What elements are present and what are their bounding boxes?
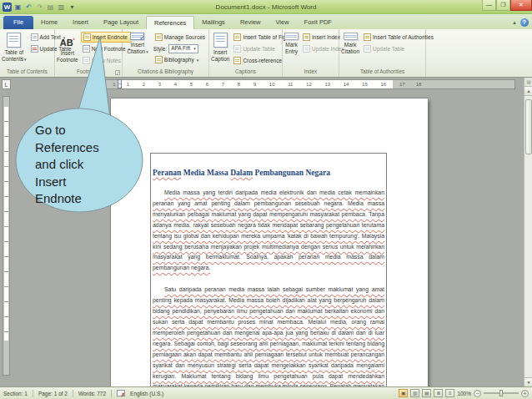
undo-icon[interactable]: ↶: [24, 3, 33, 12]
table-of-contents-button[interactable]: Table of Contents▾: [2, 30, 27, 68]
insert-footnote-button[interactable]: AB¹ Insert Footnote: [57, 30, 78, 68]
group-label-footnotes: Footnotes: [57, 68, 120, 77]
vertical-ruler[interactable]: [3, 96, 10, 376]
ruler-number: 12: [306, 82, 312, 87]
indent-marker[interactable]: [118, 79, 122, 88]
insert-citation-button[interactable]: Insert Citation▾: [124, 30, 151, 68]
scroll-down-icon[interactable]: ▼: [524, 377, 532, 386]
scroll-up-icon[interactable]: ▲: [524, 87, 532, 96]
add-text-icon: [31, 33, 38, 41]
mark-citation-button[interactable]: Mark Citation: [341, 30, 359, 68]
print-layout-view-icon[interactable]: ▣: [399, 389, 408, 397]
style-combo: Style: APA Fift ▾: [153, 43, 207, 53]
draft-view-icon[interactable]: ≡: [445, 389, 454, 397]
update-table-toa-button[interactable]: Update Table: [362, 43, 435, 54]
zoom-slider-knob[interactable]: [499, 390, 503, 396]
paragraph-2[interactable]: Satu daripada peranan media massa ialah …: [153, 285, 384, 386]
update-table-icon: [31, 45, 38, 53]
insert-caption-icon: [213, 33, 228, 48]
ruler-toggle-icon[interactable]: ▤: [524, 78, 532, 87]
tab-references[interactable]: References: [146, 16, 194, 29]
word-window: W ▣ ↶ ↷ ▤ ▥ ▾ Document1.docx - Microsoft…: [0, 0, 532, 399]
document-page[interactable]: Peranan Media Massa Dalam Pembangunan Ne…: [111, 98, 428, 386]
maximize-button[interactable]: ❐: [496, 0, 510, 11]
minimize-ribbon-icon[interactable]: ▲: [512, 20, 517, 25]
print-preview-icon[interactable]: ▤: [46, 3, 55, 12]
help-icon[interactable]: ?: [520, 18, 529, 27]
tab-mailings[interactable]: Mailings: [194, 16, 233, 29]
proofing-status-icon[interactable]: [117, 390, 125, 396]
ruler-number: 11: [288, 82, 293, 87]
ruler-number: 3: [158, 82, 161, 87]
h-ruler-right: 1718: [393, 80, 514, 88]
insert-table-of-authorities-button[interactable]: Insert Table of Authorities: [362, 32, 435, 43]
tab-home[interactable]: Home: [33, 16, 65, 29]
ruler-number: 15: [362, 82, 368, 87]
horizontal-ruler[interactable]: 21 12345678910111213141516 1718: [96, 79, 515, 89]
mark-entry-button[interactable]: Mark Entry: [284, 30, 299, 68]
group-label-citations: Citations & Bibliography: [124, 68, 207, 77]
status-words[interactable]: Words: 772: [78, 391, 106, 396]
tab-review[interactable]: Review: [233, 16, 269, 29]
window-title: Document1.docx - Microsoft Word: [0, 3, 532, 11]
tab-file[interactable]: File: [3, 16, 33, 29]
ruler-number: 5: [190, 82, 193, 87]
ruler-number: 1: [113, 82, 115, 87]
insert-citation-icon: [130, 33, 144, 40]
ruler-number: 9: [253, 82, 256, 87]
h-ruler-main: 12345678910111213141516: [120, 80, 393, 88]
bibliography-button[interactable]: Bibliography ▾: [153, 54, 207, 65]
outline-view-icon[interactable]: ≣: [434, 389, 443, 397]
scrollbar-thumb[interactable]: [525, 99, 532, 154]
footnotes-dialog-launcher-icon[interactable]: [115, 70, 120, 75]
tab-stop-selector[interactable]: L: [2, 79, 11, 89]
status-language[interactable]: English (U.S.): [130, 391, 163, 396]
divider: [73, 390, 73, 397]
group-label-table-of-authorities: Table of Authorities: [341, 68, 424, 77]
redo-icon[interactable]: ↷: [35, 3, 44, 12]
tab-insert[interactable]: Insert: [65, 16, 96, 29]
group-label-table-of-contents: Table of Contents: [2, 68, 53, 77]
dropdown-caret-icon: ▾: [24, 57, 27, 62]
dropdown-caret-icon: ▾: [197, 58, 199, 63]
minimize-button[interactable]: —: [482, 0, 496, 11]
manage-sources-button[interactable]: Manage Sources: [153, 32, 207, 43]
show-notes-icon: [83, 57, 90, 64]
ruler-number: 13: [324, 82, 330, 87]
close-button[interactable]: ✕: [510, 0, 532, 11]
qat-customize-caret-icon[interactable]: ▾: [68, 3, 77, 12]
open-icon[interactable]: ▥: [57, 3, 66, 12]
vertical-scrollbar[interactable]: ▤ ▲ ▼: [524, 78, 532, 386]
zoom-level[interactable]: 100%: [457, 391, 471, 396]
insert-index-icon: [303, 33, 310, 41]
zoom-in-icon[interactable]: +: [521, 390, 529, 397]
status-page[interactable]: Page: 1 of 2: [38, 391, 68, 396]
insert-footnote-icon: AB¹: [60, 33, 75, 50]
full-screen-reading-view-icon[interactable]: ▥: [410, 389, 419, 397]
bibliography-icon: [155, 56, 163, 63]
group-citations-bibliography: Insert Citation▾ Manage Sources Style: A…: [123, 29, 209, 77]
tab-page-layout[interactable]: Page Layout: [96, 16, 146, 29]
group-table-of-contents: Table of Contents▾ Add Text ▾ Update Tab…: [0, 29, 55, 77]
tab-foxit-pdf[interactable]: Foxit PDF: [297, 16, 339, 29]
h-ruler-left: 21: [97, 80, 120, 88]
tab-view[interactable]: View: [268, 16, 296, 29]
insert-caption-button[interactable]: Insert Caption: [211, 30, 229, 68]
word-app-icon: W: [3, 3, 12, 12]
zoom-out-icon[interactable]: −: [474, 390, 481, 397]
style-label: Style:: [153, 46, 167, 52]
insert-endnote-icon: [83, 33, 91, 41]
manage-sources-icon: [155, 33, 163, 41]
status-section[interactable]: Section: 1: [3, 391, 28, 396]
quick-access-toolbar: W ▣ ↶ ↷ ▤ ▥ ▾: [0, 3, 77, 12]
document-text-box[interactable]: Peranan Media Massa Dalam Pembangunan Ne…: [150, 153, 387, 386]
ruler-number: 4: [174, 82, 177, 87]
style-select[interactable]: APA Fift ▾: [168, 44, 198, 53]
zoom-slider[interactable]: [484, 392, 519, 394]
save-icon[interactable]: ▣: [13, 3, 23, 12]
paragraph-1[interactable]: Media massa yang terdiri daripada media …: [153, 188, 384, 274]
web-layout-view-icon[interactable]: ▤: [422, 389, 431, 397]
table-of-contents-icon: [7, 33, 21, 48]
ruler-number: 18: [416, 82, 422, 87]
document-heading[interactable]: Peranan Media Massa Dalam Pembangunan Ne…: [153, 169, 384, 177]
